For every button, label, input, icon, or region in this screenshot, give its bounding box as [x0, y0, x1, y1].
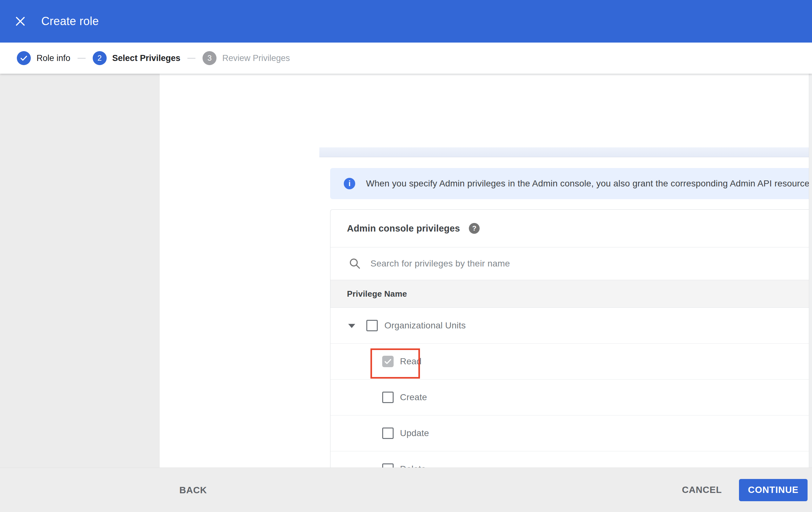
check-icon [17, 51, 31, 65]
privilege-checkbox[interactable] [366, 320, 378, 331]
table-row: Create [330, 380, 812, 415]
highlight-box [371, 348, 420, 379]
step-select-privileges[interactable]: 2 Select Privileges [93, 51, 181, 65]
column-header: Privilege Name [347, 289, 407, 299]
content-pane: i When you specify Admin privileges in t… [160, 74, 809, 467]
info-banner: i When you specify Admin privileges in t… [330, 168, 812, 199]
step-label: Role info [36, 53, 70, 63]
step-number-badge: 3 [203, 51, 216, 65]
cancel-button[interactable]: CANCEL [682, 485, 722, 495]
info-banner-text: When you specify Admin privileges in the… [366, 179, 812, 189]
scrolled-section-edge [319, 147, 812, 157]
step-number-badge: 2 [93, 51, 107, 65]
help-icon[interactable]: ? [469, 223, 480, 234]
left-pane [0, 74, 160, 467]
table-row: Organizational Units [330, 308, 812, 344]
back-button[interactable]: BACK [179, 485, 207, 495]
stepper: Role info 2 Select Privileges 3 Review P… [0, 43, 812, 74]
privilege-search [330, 247, 812, 280]
step-role-info[interactable]: Role info [17, 51, 70, 65]
card-title: Admin console privileges [347, 223, 460, 234]
table-row: Read [330, 344, 812, 380]
dialog-title: Create role [41, 15, 99, 28]
search-icon [348, 257, 361, 270]
search-input[interactable] [371, 259, 812, 269]
card-header: Admin console privileges ? [330, 210, 812, 247]
footer-bar: BACK CANCEL CONTINUE [0, 467, 812, 512]
step-label: Select Privileges [112, 53, 181, 63]
privilege-checkbox[interactable] [382, 428, 394, 439]
step-label: Review Privileges [222, 53, 290, 63]
vertical-scrollbar[interactable] [809, 74, 812, 467]
expand-arrow-icon[interactable] [348, 324, 355, 328]
dialog-header: Create role [0, 0, 812, 43]
privilege-label: Organizational Units [384, 321, 466, 331]
create-role-dialog: Create role Role info 2 Select Privilege… [0, 0, 812, 512]
table-row: Update [330, 415, 812, 451]
info-icon: i [344, 178, 355, 189]
privileges-card: Admin console privileges ? Privilege Nam… [330, 209, 812, 512]
continue-button[interactable]: CONTINUE [739, 479, 808, 501]
step-review-privileges[interactable]: 3 Review Privileges [203, 51, 290, 65]
table-header: Privilege Name [330, 280, 812, 308]
privilege-checkbox[interactable] [382, 392, 394, 403]
step-connector [187, 58, 196, 59]
step-connector [78, 58, 86, 59]
close-icon[interactable] [13, 14, 27, 28]
privilege-label: Update [400, 428, 429, 438]
privilege-label: Create [400, 392, 427, 402]
footer-actions: CANCEL CONTINUE [682, 479, 808, 501]
